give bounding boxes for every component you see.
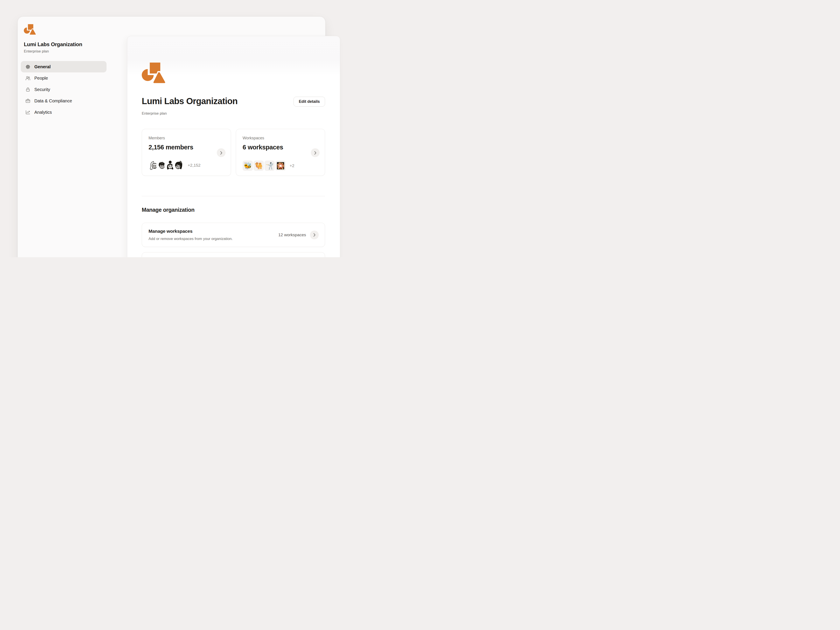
stats-row: Members 2,156 members	[142, 129, 325, 176]
workspaces-label: Workspaces	[243, 136, 318, 141]
members-more-count: +2,152	[188, 163, 201, 168]
sidebar-org-plan: Enterprise plan	[24, 49, 107, 54]
workspace-emoji-sparkler: 🎇	[275, 161, 286, 171]
section-divider	[142, 196, 325, 196]
people-icon	[25, 76, 31, 81]
sidebar: Lumi Labs Organization Enterprise plan G…	[18, 17, 111, 118]
sidebar-item-label: Analytics	[34, 110, 52, 115]
workspaces-more-count: +2	[290, 163, 294, 168]
manage-workspaces-chevron-button[interactable]	[310, 231, 319, 239]
sidebar-item-label: General	[34, 64, 51, 69]
chevron-right-icon	[313, 150, 318, 155]
plan-subtitle: Enterprise plan	[142, 111, 325, 116]
workspace-emoji-bee: 🐝	[243, 161, 253, 171]
org-logo	[24, 24, 36, 35]
members-chevron-button[interactable]	[217, 148, 226, 157]
sidebar-item-analytics[interactable]: Analytics	[21, 107, 107, 118]
sidebar-item-people[interactable]: People	[21, 73, 107, 84]
workspace-emoji-fencer: 🤺	[264, 161, 275, 171]
sidebar-item-security[interactable]: Security	[21, 84, 107, 95]
manage-workspaces-row[interactable]: Manage workspaces Add or remove workspac…	[142, 223, 325, 247]
sidebar-nav: General People Security Data & Complianc…	[21, 61, 107, 118]
members-avatars: +2,152	[148, 160, 201, 171]
members-label: Members	[148, 136, 224, 141]
workspaces-chevron-button[interactable]	[311, 148, 320, 157]
gear-icon	[25, 64, 31, 69]
sidebar-item-label: Data & Compliance	[34, 98, 72, 103]
page-title: Lumi Labs Organization	[142, 96, 238, 106]
manage-workspaces-meta: 12 workspaces	[278, 232, 306, 237]
chart-icon	[25, 110, 31, 115]
workspace-emojis: 🐝 🐫 🤺 🎇 +2	[243, 161, 294, 171]
main-panel: Lumi Labs Organization Edit details Ente…	[127, 36, 340, 257]
org-logo-large	[142, 62, 166, 83]
sidebar-org-name: Lumi Labs Organization	[24, 41, 107, 47]
edit-details-button[interactable]: Edit details	[294, 97, 325, 107]
workspaces-card[interactable]: Workspaces 6 workspaces 🐝 🐫 🤺 🎇 +2	[236, 129, 325, 176]
chevron-right-icon	[312, 232, 317, 237]
workspace-emoji-camel: 🐫	[254, 161, 264, 171]
manage-email-domains-row[interactable]: Manage email domains Verify email domain…	[142, 252, 325, 257]
sidebar-item-label: People	[34, 76, 48, 81]
sidebar-item-data-compliance[interactable]: Data & Compliance	[21, 95, 107, 107]
manage-organization-heading: Manage organization	[142, 207, 325, 213]
member-avatar-woman-ponytail	[173, 160, 184, 171]
members-value: 2,156 members	[148, 144, 224, 151]
workspaces-value: 6 workspaces	[243, 144, 318, 151]
app-window: Lumi Labs Organization Enterprise plan G…	[17, 16, 325, 257]
manage-workspaces-title: Manage workspaces	[148, 229, 233, 234]
briefcase-icon	[25, 98, 31, 104]
members-card[interactable]: Members 2,156 members	[142, 129, 231, 176]
sidebar-item-label: Security	[34, 87, 50, 92]
manage-workspaces-description: Add or remove workspaces from your organ…	[148, 237, 233, 241]
sidebar-item-general[interactable]: General	[21, 61, 107, 73]
lock-icon	[25, 87, 31, 92]
chevron-right-icon	[219, 150, 224, 155]
